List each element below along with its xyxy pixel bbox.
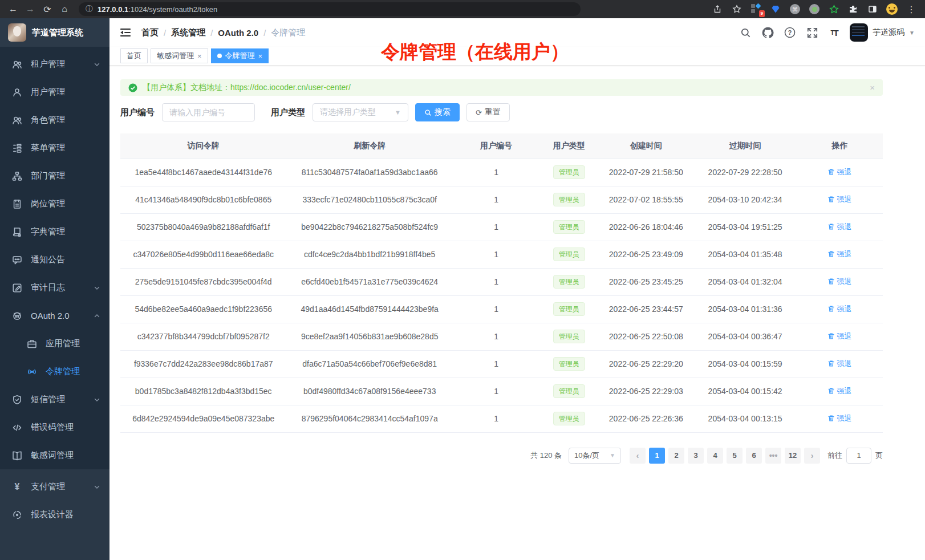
command-extension-icon[interactable]: ⌘ [789,3,801,15]
org-icon [11,171,23,182]
close-icon[interactable]: × [258,52,263,60]
sidebar-item-menu[interactable]: 菜单管理 [0,134,109,162]
page-button-4[interactable]: 4 [707,448,723,464]
force-logout-button[interactable]: 强退 [827,167,851,177]
app-logo[interactable]: 芋道管理系统 [0,18,109,47]
trash-icon [827,305,835,313]
share-icon[interactable] [712,3,723,15]
reload-icon[interactable]: ⟳ [40,2,55,17]
green-star-extension-icon[interactable] [828,3,839,15]
prev-page-button[interactable]: ‹ [630,448,646,464]
sidebar-item-pay[interactable]: ¥支付管理 [0,473,109,501]
page-size-select[interactable]: 10条/页 ▼ [569,448,621,464]
chevron-down-icon [94,285,100,291]
sidebar-item-notice[interactable]: 通知公告 [0,246,109,274]
alert-close-icon[interactable]: × [870,83,875,92]
sidebar-item-label: 应用管理 [46,338,100,349]
site-info-icon[interactable]: ⓘ [86,4,93,14]
force-logout-button[interactable]: 强退 [827,222,851,232]
bookmark-star-icon[interactable] [731,3,743,15]
sidebar-item-oauth2-app[interactable]: 应用管理 [0,330,109,358]
fullscreen-icon[interactable] [805,26,819,39]
sidebar-fold-icon[interactable] [120,26,132,39]
user-type-cell: 管理员 [539,213,598,241]
force-logout-button[interactable]: 强退 [827,194,851,205]
force-logout-button[interactable]: 强退 [827,386,851,396]
table-row: 275e5de9151045fe87cbdc395e004f4de6cfd40e… [120,268,883,295]
force-logout-button[interactable]: 强退 [827,413,851,424]
puzzle-extension-icon[interactable] [847,3,859,15]
help-icon[interactable]: ? [783,26,797,39]
tab-首页[interactable]: 首页 [120,48,148,63]
gem-extension-icon[interactable] [770,3,781,15]
recorder-extension-icon[interactable] [809,3,820,15]
tab-敏感词管理[interactable]: 敏感词管理× [151,48,208,63]
profile-avatar-icon[interactable] [886,3,898,15]
tab-令牌管理[interactable]: 令牌管理× [211,48,269,63]
sidebar: 芋道管理系统 租户管理用户管理角色管理菜单管理部门管理岗位管理字典管理通知公告审… [0,18,109,560]
sidebar-item-dept[interactable]: 部门管理 [0,162,109,190]
refresh-token-cell: 811c530487574fa0af1a59d3abc1aa66 [286,159,452,186]
sidebar-item-oauth2-token[interactable]: 令牌管理 [0,358,109,385]
trash-icon [827,250,835,258]
close-icon[interactable]: × [197,52,202,60]
page-button-2[interactable]: 2 [668,448,684,464]
sidebar-item-post[interactable]: 岗位管理 [0,190,109,218]
force-logout-button[interactable]: 强退 [827,359,851,369]
expire-time-cell: 2054-03-04 00:15:42 [693,378,796,405]
sidebar-item-role[interactable]: 角色管理 [0,106,109,134]
breadcrumb-item[interactable]: OAuth 2.0 [218,28,258,38]
dict-icon [11,226,23,238]
trash-icon [827,168,835,176]
sidebar-item-tenant[interactable]: 租户管理 [0,50,109,78]
forward-icon[interactable]: → [23,2,38,17]
trash-icon [827,332,835,340]
sidebar-item-audit[interactable]: 审计日志 [0,274,109,302]
force-logout-button[interactable]: 强退 [827,249,851,259]
user-id-input[interactable] [162,103,255,121]
more-pages-button[interactable]: ••• [765,448,781,464]
page-button-6[interactable]: 6 [746,448,762,464]
action-cell: 强退 [797,241,883,268]
page-button-12[interactable]: 12 [785,448,801,464]
next-page-button[interactable]: › [804,448,820,464]
sidebar-item-sms[interactable]: 短信管理 [0,385,109,413]
page-button-5[interactable]: 5 [727,448,743,464]
user-type-badge: 管理员 [553,275,585,289]
force-logout-button[interactable]: 强退 [827,277,851,287]
search-icon[interactable] [739,26,752,39]
extensions-cluster-icon[interactable]: 9 [750,3,762,15]
force-logout-button[interactable]: 强退 [827,304,851,314]
breadcrumb-item[interactable]: 系统管理 [171,27,205,38]
sidebar-item-dict[interactable]: 字典管理 [0,218,109,246]
page-button-1[interactable]: 1 [649,448,665,464]
user-avatar [850,23,868,42]
user-type-select[interactable]: 请选择用户类型 ▼ [313,103,408,121]
reset-button[interactable]: ⟳ 重置 [466,103,510,121]
font-size-icon[interactable]: TT [827,26,841,39]
sidebar-item-errcode[interactable]: 错误码管理 [0,413,109,441]
page-button-3[interactable]: 3 [688,448,704,464]
sidebar-item-oauth2[interactable]: OAuth 2.0 [0,302,109,330]
user-menu[interactable]: 芋道源码 ▼ [850,23,915,42]
sidebar-item-sensitive[interactable]: 敏感词管理 [0,441,109,469]
sidebar-item-user[interactable]: 用户管理 [0,78,109,106]
browser-menu-icon[interactable]: ⋮ [906,3,917,15]
back-icon[interactable]: ← [6,2,21,17]
expire-time-cell: 2054-03-04 00:36:47 [693,323,796,350]
search-button[interactable]: 搜索 [415,103,460,121]
sidebar-item-report[interactable]: 报表设计器 [0,501,109,529]
address-bar[interactable]: ⓘ 127.0.0.1:1024/system/oauth2/token [79,2,581,16]
breadcrumb-item[interactable]: 首页 [141,27,159,38]
alert-doc-link[interactable]: https://doc.iocoder.cn/user-center/ [230,83,351,92]
home-icon[interactable]: ⌂ [57,2,72,17]
github-icon[interactable] [761,26,774,39]
expire-time-cell: 2054-03-04 01:35:48 [693,241,796,268]
goto-page-input[interactable] [846,448,871,464]
shield-icon [11,394,23,405]
force-logout-button[interactable]: 强退 [827,331,851,342]
expire-time-cell: 2054-03-04 19:51:25 [693,213,796,241]
access-token-cell: c342377bf8b344799dcbf7bf095287f2 [120,323,286,350]
access-token-cell: 6d842e2924594de9a09e45e087323abe [120,405,286,432]
sidebar-toggle-icon[interactable] [867,3,878,15]
